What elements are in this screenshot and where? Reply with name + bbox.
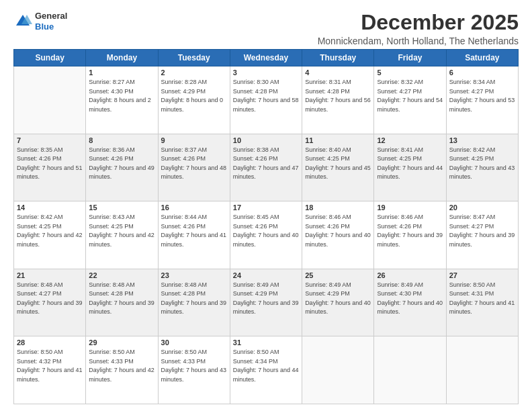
day-number: 18 [305, 203, 371, 212]
day-info: Sunrise: 8:45 AMSunset: 4:26 PMDaylight:… [233, 213, 299, 249]
day-info: Sunrise: 8:34 AMSunset: 4:27 PMDaylight:… [449, 78, 515, 114]
calendar-body: 1Sunrise: 8:27 AMSunset: 4:30 PMDaylight… [14, 66, 519, 404]
calendar-cell: 30Sunrise: 8:50 AMSunset: 4:33 PMDayligh… [158, 336, 230, 404]
calendar-cell: 7Sunrise: 8:35 AMSunset: 4:26 PMDaylight… [14, 134, 86, 201]
calendar-cell: 8Sunrise: 8:36 AMSunset: 4:26 PMDaylight… [86, 134, 158, 201]
day-info: Sunrise: 8:36 AMSunset: 4:26 PMDaylight:… [89, 146, 154, 182]
day-number: 27 [449, 271, 515, 279]
calendar-week-row: 21Sunrise: 8:48 AMSunset: 4:27 PMDayligh… [14, 269, 519, 336]
day-info: Sunrise: 8:31 AMSunset: 4:28 PMDaylight:… [305, 78, 371, 114]
day-info: Sunrise: 8:32 AMSunset: 4:27 PMDaylight:… [377, 78, 443, 114]
calendar-cell: 24Sunrise: 8:49 AMSunset: 4:29 PMDayligh… [230, 269, 302, 336]
day-number: 5 [377, 68, 443, 77]
calendar-cell: 28Sunrise: 8:50 AMSunset: 4:32 PMDayligh… [14, 336, 86, 404]
calendar-cell: 19Sunrise: 8:46 AMSunset: 4:26 PMDayligh… [374, 201, 446, 269]
day-info: Sunrise: 8:50 AMSunset: 4:31 PMDaylight:… [449, 281, 515, 317]
calendar-cell: 10Sunrise: 8:38 AMSunset: 4:26 PMDayligh… [230, 134, 302, 201]
calendar-week-row: 1Sunrise: 8:27 AMSunset: 4:30 PMDaylight… [14, 66, 519, 134]
day-number: 9 [161, 136, 227, 144]
calendar-cell [374, 336, 446, 404]
weekday-header-monday: Monday [86, 50, 158, 66]
calendar-cell [446, 336, 518, 404]
day-info: Sunrise: 8:46 AMSunset: 4:26 PMDaylight:… [377, 213, 443, 249]
day-number: 7 [17, 136, 83, 144]
day-number: 16 [161, 203, 227, 212]
calendar-cell: 29Sunrise: 8:50 AMSunset: 4:33 PMDayligh… [86, 336, 158, 404]
day-number: 8 [89, 136, 154, 144]
logo-line1: General [35, 11, 67, 21]
day-info: Sunrise: 8:46 AMSunset: 4:26 PMDaylight:… [305, 213, 371, 249]
day-info: Sunrise: 8:38 AMSunset: 4:26 PMDaylight:… [233, 146, 299, 182]
calendar-page: General Blue December 2025 Monnickendam,… [0, 0, 532, 411]
day-number: 20 [449, 203, 515, 212]
day-info: Sunrise: 8:41 AMSunset: 4:25 PMDaylight:… [377, 146, 443, 182]
logo-line2: Blue [35, 21, 67, 32]
day-number: 26 [377, 271, 443, 279]
day-number: 24 [233, 271, 299, 279]
day-info: Sunrise: 8:35 AMSunset: 4:26 PMDaylight:… [17, 146, 83, 182]
day-number: 11 [305, 136, 371, 144]
day-info: Sunrise: 8:49 AMSunset: 4:29 PMDaylight:… [305, 281, 371, 317]
day-number: 17 [233, 203, 299, 212]
day-number: 30 [161, 338, 227, 347]
calendar-cell: 5Sunrise: 8:32 AMSunset: 4:27 PMDaylight… [374, 66, 446, 134]
calendar-cell: 25Sunrise: 8:49 AMSunset: 4:29 PMDayligh… [302, 269, 374, 336]
day-info: Sunrise: 8:43 AMSunset: 4:25 PMDaylight:… [89, 213, 154, 249]
weekday-header-thursday: Thursday [302, 50, 374, 66]
calendar-table: SundayMondayTuesdayWednesdayThursdayFrid… [13, 49, 519, 404]
day-number: 21 [17, 271, 83, 279]
day-info: Sunrise: 8:50 AMSunset: 4:33 PMDaylight:… [89, 348, 154, 384]
calendar-cell: 31Sunrise: 8:50 AMSunset: 4:34 PMDayligh… [230, 336, 302, 404]
calendar-cell: 11Sunrise: 8:40 AMSunset: 4:25 PMDayligh… [302, 134, 374, 201]
day-number: 22 [89, 271, 154, 279]
day-number: 6 [449, 68, 515, 77]
day-number: 31 [233, 338, 299, 347]
calendar-cell: 14Sunrise: 8:42 AMSunset: 4:25 PMDayligh… [14, 201, 86, 269]
calendar-cell: 18Sunrise: 8:46 AMSunset: 4:26 PMDayligh… [302, 201, 374, 269]
calendar-cell: 3Sunrise: 8:30 AMSunset: 4:28 PMDaylight… [230, 66, 302, 134]
day-info: Sunrise: 8:37 AMSunset: 4:26 PMDaylight:… [161, 146, 227, 182]
weekday-header-sunday: Sunday [14, 50, 86, 66]
calendar-cell: 27Sunrise: 8:50 AMSunset: 4:31 PMDayligh… [446, 269, 518, 336]
day-info: Sunrise: 8:44 AMSunset: 4:26 PMDaylight:… [161, 213, 227, 249]
logo: General Blue [13, 11, 67, 32]
day-info: Sunrise: 8:49 AMSunset: 4:30 PMDaylight:… [377, 281, 443, 317]
day-number: 25 [305, 271, 371, 279]
day-info: Sunrise: 8:50 AMSunset: 4:32 PMDaylight:… [17, 348, 83, 384]
day-number: 1 [89, 68, 154, 77]
day-info: Sunrise: 8:48 AMSunset: 4:27 PMDaylight:… [17, 281, 83, 317]
calendar-cell [302, 336, 374, 404]
weekday-header-friday: Friday [374, 50, 446, 66]
day-number: 14 [17, 203, 83, 212]
day-info: Sunrise: 8:48 AMSunset: 4:28 PMDaylight:… [89, 281, 154, 317]
calendar-cell: 26Sunrise: 8:49 AMSunset: 4:30 PMDayligh… [374, 269, 446, 336]
day-number: 10 [233, 136, 299, 144]
day-info: Sunrise: 8:42 AMSunset: 4:25 PMDaylight:… [449, 146, 515, 182]
day-number: 15 [89, 203, 154, 212]
day-info: Sunrise: 8:50 AMSunset: 4:34 PMDaylight:… [233, 348, 299, 384]
day-number: 12 [377, 136, 443, 144]
calendar-cell: 21Sunrise: 8:48 AMSunset: 4:27 PMDayligh… [14, 269, 86, 336]
weekday-header-wednesday: Wednesday [230, 50, 302, 66]
day-info: Sunrise: 8:49 AMSunset: 4:29 PMDaylight:… [233, 281, 299, 317]
day-info: Sunrise: 8:42 AMSunset: 4:25 PMDaylight:… [17, 213, 83, 249]
day-number: 29 [89, 338, 154, 347]
calendar-cell [14, 66, 86, 134]
weekday-header-saturday: Saturday [446, 50, 518, 66]
calendar-cell: 6Sunrise: 8:34 AMSunset: 4:27 PMDaylight… [446, 66, 518, 134]
day-info: Sunrise: 8:47 AMSunset: 4:27 PMDaylight:… [449, 213, 515, 249]
calendar-cell: 4Sunrise: 8:31 AMSunset: 4:28 PMDaylight… [302, 66, 374, 134]
calendar-cell: 15Sunrise: 8:43 AMSunset: 4:25 PMDayligh… [86, 201, 158, 269]
calendar-header-row: SundayMondayTuesdayWednesdayThursdayFrid… [14, 50, 519, 66]
calendar-cell: 22Sunrise: 8:48 AMSunset: 4:28 PMDayligh… [86, 269, 158, 336]
day-number: 19 [377, 203, 443, 212]
header: General Blue December 2025 Monnickendam,… [13, 11, 519, 46]
day-number: 23 [161, 271, 227, 279]
calendar-week-row: 7Sunrise: 8:35 AMSunset: 4:26 PMDaylight… [14, 134, 519, 201]
day-number: 28 [17, 338, 83, 347]
day-number: 4 [305, 68, 371, 77]
day-info: Sunrise: 8:40 AMSunset: 4:25 PMDaylight:… [305, 146, 371, 182]
calendar-cell: 12Sunrise: 8:41 AMSunset: 4:25 PMDayligh… [374, 134, 446, 201]
calendar-week-row: 14Sunrise: 8:42 AMSunset: 4:25 PMDayligh… [14, 201, 519, 269]
day-number: 3 [233, 68, 299, 77]
